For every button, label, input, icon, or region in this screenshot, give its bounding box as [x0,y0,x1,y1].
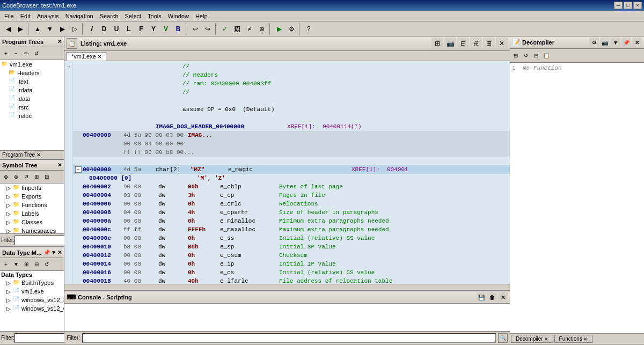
decompiler-btn2[interactable]: 📷 [600,38,610,47]
dt-btn1[interactable]: + [1,260,11,269]
listing-close[interactable]: ✕ [496,38,508,49]
data-type-close[interactable]: ✕ [57,249,62,255]
console-content[interactable] [64,304,510,331]
data-type-menu[interactable]: ▼ [51,249,56,255]
minimize-button[interactable]: ─ [614,2,623,9]
dec-tab-functions[interactable]: Functions ✕ [554,335,592,343]
hscroll-track[interactable] [64,284,510,290]
tree-item-data[interactable]: 📄 .data [0,94,64,103]
menu-file[interactable]: File [1,12,17,20]
toolbar-btn-u[interactable]: U [111,23,122,35]
toolbar-back[interactable]: ◀ [2,23,14,35]
dt-btn5[interactable]: ↺ [42,260,52,269]
st-btn1[interactable]: ⊕ [1,172,11,182]
namespaces-expand[interactable]: ▷ [6,228,11,234]
console-filter-input[interactable] [82,333,496,343]
menu-navigation[interactable]: Navigation [62,12,97,20]
toolbar-diff[interactable]: ≠ [244,23,255,35]
menu-window[interactable]: Window [165,12,192,20]
st-btn3[interactable]: ↺ [21,172,31,182]
tree-item-text[interactable]: 📄 .text [0,77,64,86]
dec-tb1[interactable]: ⊞ [511,51,521,61]
dt-btn4[interactable]: ⊟ [32,260,41,269]
listing-btn3[interactable]: ⊟ [457,38,469,49]
decompiler-btn-pin[interactable]: 📌 [621,38,631,47]
menu-select[interactable]: Select [122,12,145,20]
data-type-pin[interactable]: 📌 [43,249,50,255]
toolbar-btn-f[interactable]: F [135,23,147,35]
toolbar-btn-d[interactable]: D [98,23,110,35]
toolbar-redo[interactable]: ↪ [202,23,214,35]
st-btn5[interactable]: ⊟ [42,172,52,182]
tree-item-reloc[interactable]: 📄 .reloc [0,112,64,120]
imports-expand[interactable]: ▷ [6,185,11,191]
dt-btn3[interactable]: ⊞ [21,260,31,269]
listing-tab-vm1exe[interactable]: *vm1.exe ✕ [67,52,106,61]
toolbar-play[interactable]: ▶ [56,23,68,35]
tree-item-winvs1232[interactable]: ▷ 📄 windows_vs12_32 [0,296,64,304]
toolbar-btn-v[interactable]: V [160,23,172,35]
tree-item-vm1exe[interactable]: 📁 vm1.exe [0,60,64,69]
listing-hscroll[interactable] [64,284,510,290]
listing-btn1[interactable]: ⊞ [431,38,443,49]
pt-edit[interactable]: ✏ [21,49,31,58]
maximize-button[interactable]: □ [624,2,632,9]
console-close[interactable]: ✕ [498,292,508,302]
builtins-expand[interactable]: ▷ [6,280,11,286]
tree-item-imports[interactable]: ▷ 📁 Imports [0,183,64,192]
expand-magic[interactable]: − [75,166,82,173]
st-btn2[interactable]: ⊗ [11,172,21,182]
toolbar-down[interactable]: ▼ [44,23,56,35]
listing-btn2[interactable]: 📷 [444,38,456,49]
pt-refresh[interactable]: ↺ [32,49,41,58]
tree-item-winvs1264[interactable]: ▷ 📄 windows_vs12_64 [0,304,64,313]
console-clear[interactable]: 🗑 [487,292,497,302]
functions-expand[interactable]: ▷ [6,202,11,208]
tree-item-headers[interactable]: 📂 Headers [0,69,64,77]
tree-item-classes[interactable]: ▷ 📁 Classes [0,218,64,226]
st-btn4[interactable]: ⊞ [32,172,41,182]
menu-help[interactable]: Help [192,12,211,20]
decompiler-btn1[interactable]: ↺ [589,38,599,47]
toolbar-run[interactable]: ▶ [273,23,285,35]
toolbar-step[interactable]: ▷ [69,23,80,35]
winvs1232-expand[interactable]: ▷ [6,297,11,303]
toolbar-debug[interactable]: ⚙ [286,23,297,35]
decompiler-btn-menu[interactable]: ▼ [611,38,620,47]
toolbar-btn-b[interactable]: B [172,23,184,35]
tree-item-namespaces[interactable]: ▷ 📁 Namespaces [0,226,64,233]
exports-expand[interactable]: ▷ [6,194,11,200]
toolbar-forward[interactable]: ▶ [14,23,26,35]
toolbar-screenshot[interactable]: 🖼 [231,23,243,35]
decompiler-close[interactable]: ✕ [632,38,642,47]
vm1exe-expand[interactable]: ▷ [6,289,11,295]
menu-tools[interactable]: Tools [144,12,165,20]
tree-item-datatypes[interactable]: Data Types [0,271,64,278]
symbol-tree-close[interactable]: ✕ [57,162,62,168]
tree-item-rsrc[interactable]: 📄 .rsrc [0,103,64,112]
close-button[interactable]: × [633,2,642,9]
tree-item-builtins[interactable]: ▷ 📁 BuiltInTypes [0,278,64,287]
dec-tb4[interactable]: 📋 [541,51,551,61]
listing-btn4[interactable]: 🖨 [470,38,482,49]
tree-item-exports[interactable]: ▷ 📁 Exports [0,192,64,201]
tree-item-vm1exe-dt[interactable]: ▷ 📄 vm1.exe [0,287,64,296]
listing-tab-close[interactable]: ✕ [97,54,101,60]
pt-add[interactable]: + [1,49,11,58]
dec-tab-functions-close[interactable]: ✕ [583,336,588,342]
labels-expand[interactable]: ▷ [6,211,11,217]
toolbar-btn-i[interactable]: I [86,23,98,35]
toolbar-check[interactable]: ✓ [219,23,231,35]
classes-expand[interactable]: ▷ [6,219,11,225]
decompiler-content[interactable]: 1 No Function [510,63,644,333]
console-save[interactable]: 💾 [477,292,486,302]
toolbar-btn-y[interactable]: Y [148,23,159,35]
menu-analysis[interactable]: Analysis [34,12,62,20]
dec-tb2[interactable]: ↺ [521,51,531,61]
toolbar-help[interactable]: ? [303,23,314,35]
tree-item-rdata[interactable]: 📄 .rdata [0,86,64,94]
dec-tb3[interactable]: ⊟ [531,51,541,61]
listing-content[interactable]: → // // Headers [64,61,510,284]
tree-item-functions[interactable]: ▷ 📁 Functions [0,201,64,209]
toolbar-undo[interactable]: ↩ [189,23,201,35]
